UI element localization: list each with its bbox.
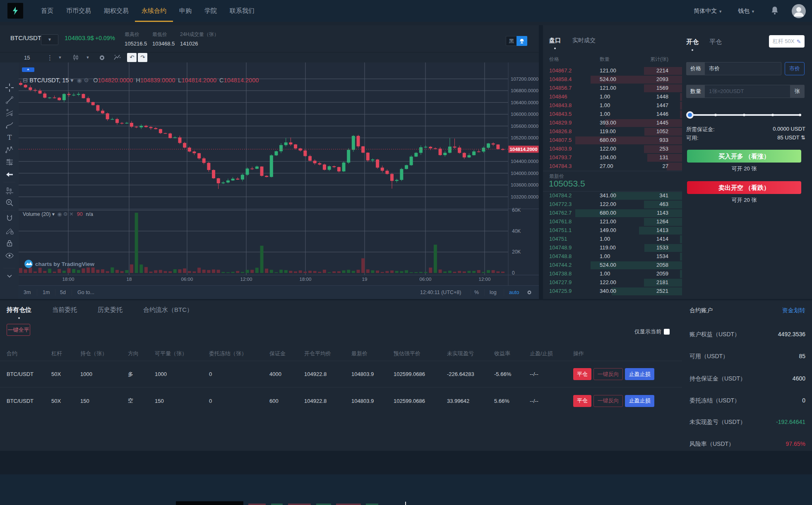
wallet-menu[interactable]: 钱包▼ (738, 7, 755, 15)
close-all-button[interactable]: 一键全平 (7, 324, 30, 336)
positions-tab-1[interactable]: 当前委托 (52, 306, 77, 314)
tab-orderbook[interactable]: 盘口 (549, 37, 561, 44)
bid-row[interactable]: 104725.9340.002521 (543, 287, 682, 296)
bid-row[interactable]: 104784.2341.00341 (543, 191, 682, 200)
ask-row[interactable]: 104856.7121.001569 (543, 84, 682, 93)
axis-settings-gear-icon[interactable] (526, 290, 532, 297)
close-position-button[interactable]: 平仓 (573, 368, 591, 380)
ask-row[interactable]: 104793.7104.00131 (543, 153, 682, 162)
bid-row[interactable]: 104772.3122.00463 (543, 200, 682, 209)
slider-thumb[interactable] (686, 111, 694, 119)
theme-toggle[interactable]: 黑 (506, 36, 527, 46)
tab-trades[interactable]: 实时成交 (572, 37, 596, 44)
trend-line-tool-icon[interactable] (0, 94, 19, 106)
quantity-slider[interactable] (687, 114, 801, 116)
ask-row[interactable]: 104858.4524.002093 (543, 75, 682, 84)
ask-row[interactable]: 104784.327.0027 (543, 162, 682, 171)
indicators-icon[interactable] (114, 54, 121, 61)
bid-row[interactable]: 1047511.001414 (543, 235, 682, 244)
tab-open-position[interactable]: 开仓 (686, 38, 699, 46)
forecast-tool-icon[interactable] (0, 184, 19, 196)
zoom-in-tool-icon[interactable] (0, 196, 19, 208)
bid-row[interactable]: 104762.7680.001143 (543, 209, 682, 218)
candle-style-icon[interactable] (72, 54, 79, 61)
price-input[interactable]: 市价 (705, 62, 781, 75)
visibility-eye-icon[interactable] (0, 249, 19, 261)
bid-row[interactable]: 104738.81.002059 (543, 270, 682, 278)
chart-settings-gear-icon[interactable] (98, 54, 106, 61)
bid-row[interactable]: 104761.8121.001264 (543, 218, 682, 226)
site-logo[interactable] (7, 3, 23, 19)
close-position-button[interactable]: 平仓 (573, 395, 591, 407)
positions-tab-3[interactable]: 合约流水（BTC） (143, 306, 193, 314)
bid-row[interactable]: 104748.81.001534 (543, 252, 682, 261)
theme-dark-label[interactable]: 黑 (506, 36, 517, 46)
ask-row[interactable]: 104826.8119.001052 (543, 127, 682, 136)
nav-item-4[interactable]: 申购 (179, 0, 192, 22)
chevron-down-icon[interactable]: ▼ (58, 55, 62, 60)
price-chart[interactable]: 18:001806:0012:0018:001906:0012:00107200… (19, 62, 539, 285)
goto-button[interactable]: Go to... (77, 290, 94, 295)
magnet-tool-icon[interactable] (0, 212, 19, 224)
crosshair-tool-icon[interactable] (0, 81, 19, 93)
auto-scale-button[interactable]: auto (509, 290, 519, 295)
range-5d-button[interactable]: 5d (60, 290, 66, 295)
transfer-link[interactable]: 资金划转 (782, 307, 805, 314)
chevron-down-icon[interactable]: ▼ (86, 55, 89, 60)
avatar[interactable] (792, 4, 806, 18)
pitchfork-tool-icon[interactable] (0, 106, 19, 118)
text-tool-icon[interactable]: T (0, 131, 19, 143)
bid-row[interactable]: 104744.2524.002058 (543, 261, 682, 270)
range-1m-button[interactable]: 1m (43, 290, 50, 295)
reverse-position-button[interactable]: 一键反向 (593, 368, 623, 380)
nav-item-3[interactable]: 永续合约 (142, 0, 166, 22)
language-selector[interactable]: 简体中文▼ (694, 7, 722, 15)
ask-row[interactable]: 104807.5680.00933 (543, 136, 682, 145)
market-price-button[interactable]: 市价 (785, 62, 805, 75)
tab-close-position[interactable]: 平仓 (709, 38, 722, 46)
drawing-lock-edit-icon[interactable] (0, 225, 19, 237)
notification-bell-icon[interactable] (771, 6, 779, 17)
buy-open-long-button[interactable]: 买入开多 （看涨） (687, 150, 801, 163)
tpsl-button[interactable]: 止盈止损 (625, 395, 654, 407)
tradingview-logo[interactable]: charts by TradingView (24, 260, 95, 268)
sell-open-short-button[interactable]: 卖出开空 （看跌） (687, 181, 801, 194)
percent-scale-button[interactable]: % (474, 290, 479, 295)
checkbox[interactable] (664, 329, 670, 335)
ask-row[interactable]: 104843.81.001447 (543, 101, 682, 110)
redo-button[interactable]: ↷ (138, 53, 147, 62)
arrow-tool-icon[interactable] (0, 168, 19, 180)
collapse-toolbar-icon[interactable] (0, 270, 19, 282)
tpsl-button[interactable]: 止盈止损 (625, 368, 654, 380)
position-tool-icon[interactable] (0, 156, 19, 168)
brush-tool-icon[interactable] (0, 119, 19, 131)
pair-select-dropdown[interactable]: ▼ (41, 34, 58, 45)
ask-row[interactable]: 104803.9122.00253 (543, 145, 682, 153)
ask-row[interactable]: 1048461.001448 (543, 93, 682, 101)
quantity-input[interactable]: 1张≈200USDT (705, 85, 790, 98)
log-scale-button[interactable]: log (490, 290, 497, 295)
range-3m-button[interactable]: 3m (24, 290, 31, 295)
nav-item-1[interactable]: 币币交易 (66, 0, 91, 22)
lamp-icon[interactable] (517, 36, 527, 46)
ask-row[interactable]: 104829.9393.001445 (543, 119, 682, 127)
positions-tab-0[interactable]: 持有仓位 (7, 306, 31, 314)
nav-item-0[interactable]: 首页 (41, 0, 53, 22)
leverage-button[interactable]: 杠杆 50X✎ (769, 35, 805, 48)
ask-row[interactable]: 104843.51.001446 (543, 110, 682, 119)
bid-row[interactable]: 104751.1149.001413 (543, 226, 682, 235)
nav-item-5[interactable]: 学院 (204, 0, 217, 22)
bid-row[interactable]: 104727.9122.002181 (543, 278, 682, 287)
nav-item-6[interactable]: 联系我们 (230, 0, 255, 22)
ask-row[interactable]: 104867.2121.002214 (543, 67, 682, 75)
undo-button[interactable]: ↶ (127, 53, 137, 62)
nav-item-2[interactable]: 期权交易 (104, 0, 129, 22)
positions-tab-2[interactable]: 历史委托 (98, 306, 123, 314)
pattern-tool-icon[interactable] (0, 144, 19, 156)
bid-row[interactable]: 104748.9119.001533 (543, 244, 682, 252)
lock-tool-icon[interactable] (0, 237, 19, 249)
reverse-position-button[interactable]: 一键反向 (593, 395, 623, 407)
only-current-filter[interactable]: 仅显示当前 (634, 328, 670, 335)
intervals-menu-icon[interactable]: ⋮ (46, 54, 53, 62)
interval-button[interactable]: 15 (24, 55, 30, 61)
